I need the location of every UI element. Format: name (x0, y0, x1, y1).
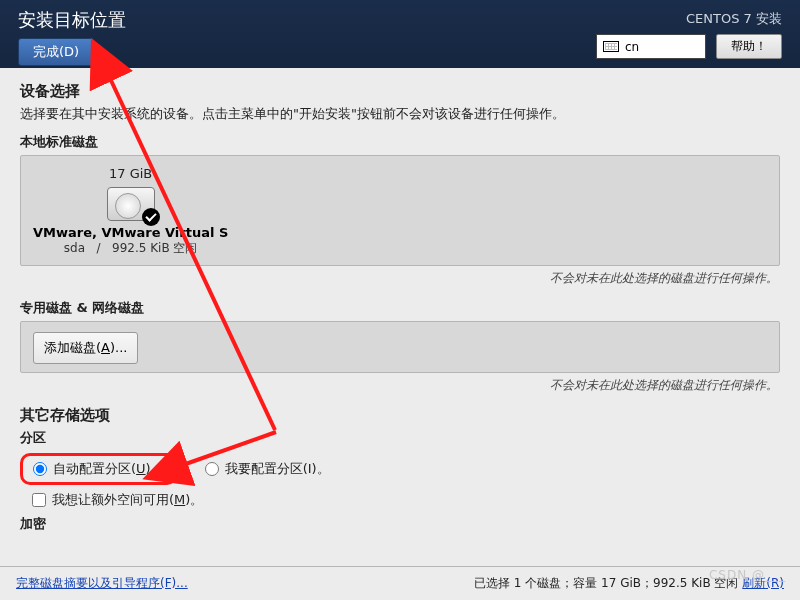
local-disks-head: 本地标准磁盘 (20, 133, 780, 151)
header-right: CENTOS 7 安装 cn 帮助！ (596, 10, 782, 59)
header-bar: 安装目标位置 完成(D) CENTOS 7 安装 cn 帮助！ (0, 0, 800, 68)
footer-bar: 完整磁盘摘要以及引导程序(F)... 已选择 1 个磁盘；容量 17 GiB；9… (0, 566, 800, 600)
network-disks-head: 专用磁盘 & 网络磁盘 (20, 299, 780, 317)
keyboard-icon (603, 41, 619, 52)
full-summary-link[interactable]: 完整磁盘摘要以及引导程序(F)... (16, 575, 188, 592)
extra-space-input[interactable] (32, 493, 46, 507)
disk-selected-check-icon (142, 208, 160, 226)
help-button[interactable]: 帮助！ (716, 34, 782, 59)
keyboard-layout-label: cn (625, 40, 639, 54)
disk-item[interactable]: 17 GiB VMware, VMware Virtual S sda / 99… (33, 166, 228, 257)
other-storage-head: 其它存储选项 (20, 406, 780, 425)
done-button[interactable]: 完成(D) (18, 38, 94, 66)
partition-head: 分区 (20, 429, 780, 447)
encrypt-head: 加密 (20, 515, 780, 533)
hard-disk-icon (107, 187, 155, 221)
manual-partition-radio[interactable]: 我要配置分区(I)。 (205, 460, 330, 478)
extra-space-checkbox[interactable]: 我想让额外空间可用(M)。 (32, 491, 780, 509)
disk-size: 17 GiB (33, 166, 228, 181)
disk-subinfo: sda / 992.5 KiB 空闲 (33, 240, 228, 257)
device-selection-desc: 选择要在其中安装系统的设备。点击主菜单中的"开始安装"按钮前不会对该设备进行任何… (20, 105, 780, 123)
add-disk-button[interactable]: 添加磁盘(A)... (33, 332, 138, 364)
device-selection-head: 设备选择 (20, 82, 780, 101)
manual-partition-input[interactable] (205, 462, 219, 476)
auto-partition-radio[interactable]: 自动配置分区(U)。 (20, 453, 177, 485)
installer-subtitle: CENTOS 7 安装 (596, 10, 782, 28)
disk-name: VMware, VMware Virtual S (33, 225, 228, 240)
footer-status: 已选择 1 个磁盘；容量 17 GiB；992.5 KiB 空闲 刷新(R) (474, 575, 784, 592)
keyboard-layout-selector[interactable]: cn (596, 34, 706, 59)
content-area: 设备选择 选择要在其中安装系统的设备。点击主菜单中的"开始安装"按钮前不会对该设… (0, 68, 800, 533)
network-disks-note: 不会对未在此处选择的磁盘进行任何操作。 (20, 377, 778, 394)
auto-partition-input[interactable] (33, 462, 47, 476)
refresh-link[interactable]: 刷新(R) (742, 576, 784, 590)
local-disks-note: 不会对未在此处选择的磁盘进行任何操作。 (20, 270, 778, 287)
local-disks-panel: 17 GiB VMware, VMware Virtual S sda / 99… (20, 155, 780, 266)
network-disks-panel: 添加磁盘(A)... (20, 321, 780, 373)
